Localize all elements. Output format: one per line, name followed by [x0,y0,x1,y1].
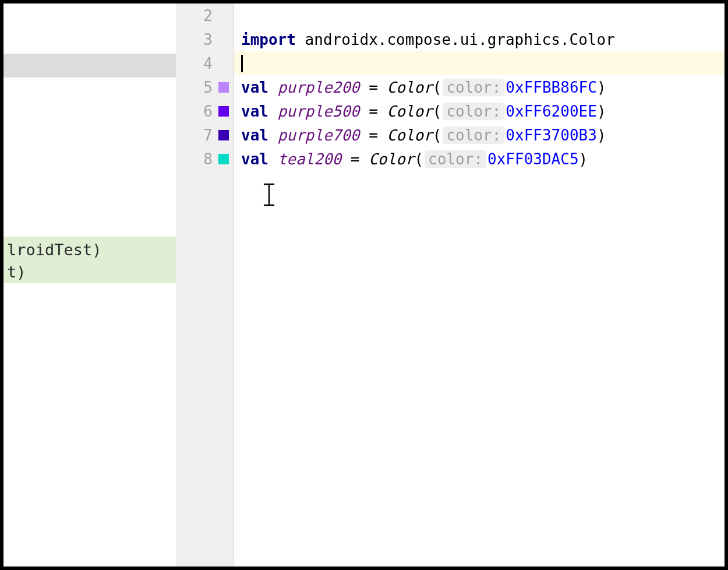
gutter-row[interactable]: 7 [176,123,234,147]
param-hint: color: [425,150,486,168]
line-number: 2 [194,7,213,24]
tree-item[interactable]: t) [7,261,172,283]
code-line[interactable]: import androidx.compose.ui.graphics.Colo… [234,27,725,51]
code-line[interactable]: val purple500 = Color( color: 0xFF6200EE… [234,99,725,123]
swatch-spacer [218,34,229,45]
identifier: purple200 [278,79,360,96]
gutter-row[interactable]: 6 [176,99,234,123]
type-name: Color [387,126,432,144]
identifier: teal200 [278,150,342,168]
tree-selection-bar [3,54,176,78]
param-hint: color: [443,103,504,120]
keyword: val [241,150,268,168]
number-literal: 0xFF6200EE [506,103,597,120]
code-text: androidx.compose.ui.graphics.Color [296,31,615,48]
param-hint: color: [443,126,504,144]
ide-window: lroidTest) t) 2 3 4 5 6 7 8 [3,3,725,567]
tree-test-sources[interactable]: lroidTest) t) [3,237,176,283]
color-swatch-icon[interactable] [218,154,229,164]
number-literal: 0xFF03DAC5 [487,150,579,168]
swatch-spacer [218,10,229,21]
code-text: = [341,150,369,168]
code-line[interactable]: val purple700 = Color( color: 0xFF3700B3… [234,123,725,147]
type-name: Color [387,103,432,120]
type-name: Color [387,79,432,96]
type-name: Color [369,150,414,168]
number-literal: 0xFF3700B3 [506,126,597,144]
gutter-row[interactable]: 3 [176,27,234,51]
code-line[interactable] [234,3,725,27]
code-text: = [360,103,387,120]
gutter-row[interactable]: 4 [176,51,234,75]
keyword: val [241,103,268,120]
code-line-current[interactable] [234,51,725,75]
code-line[interactable]: val teal200 = Color( color: 0xFF03DAC5) [234,147,725,171]
tree-item[interactable]: lroidTest) [7,239,172,261]
identifier: purple700 [278,126,360,144]
color-swatch-icon[interactable] [218,130,229,140]
color-swatch-icon[interactable] [218,82,229,93]
color-swatch-icon[interactable] [218,106,229,117]
keyword: import [241,31,296,48]
number-literal: 0xFFBB86FC [506,79,597,96]
code-editor[interactable]: import androidx.compose.ui.graphics.Colo… [234,3,725,567]
line-number: 6 [194,103,213,120]
ibeam-cursor-icon [263,183,275,212]
keyword: val [241,126,268,144]
line-number: 4 [194,55,213,72]
line-number: 8 [194,150,213,168]
gutter-row[interactable]: 5 [176,75,234,99]
identifier: purple500 [278,103,360,120]
line-number: 7 [194,126,213,144]
line-number: 5 [194,79,213,96]
code-text: = [360,126,387,144]
gutter-row[interactable]: 2 [176,3,234,27]
code-text: = [360,79,387,96]
text-caret [241,55,243,72]
keyword: val [241,79,268,96]
gutter-row[interactable]: 8 [176,147,234,171]
editor-gutter[interactable]: 2 3 4 5 6 7 8 [176,3,234,567]
project-tree-panel[interactable]: lroidTest) t) [3,3,176,567]
line-number: 3 [194,31,213,48]
param-hint: color: [443,79,504,96]
code-line[interactable]: val purple200 = Color( color: 0xFFBB86FC… [234,75,725,99]
swatch-spacer [218,58,229,69]
